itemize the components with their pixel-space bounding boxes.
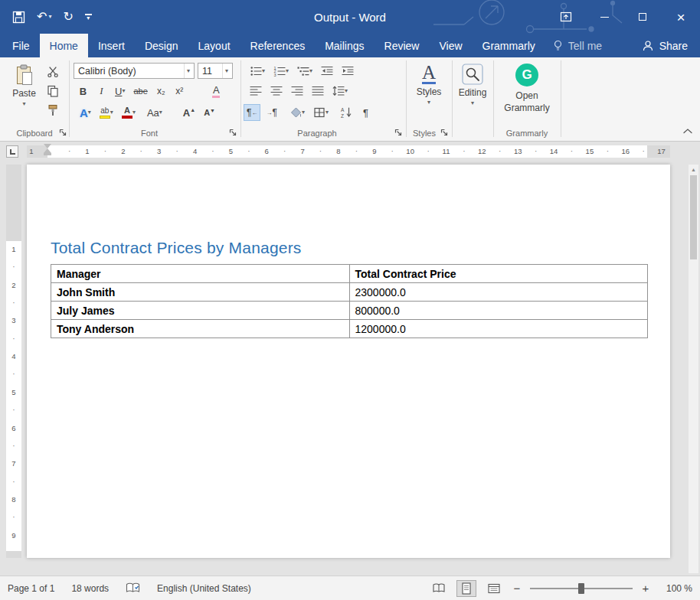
document-area[interactable]: 1·2·3·4·5·6·7·8·9 Total Contract Prices … [0,161,700,576]
increase-indent-button[interactable] [339,63,357,80]
rtl-direction-button[interactable]: →¶ [263,104,280,121]
read-mode-button[interactable] [429,580,449,597]
share-button[interactable]: Share [630,34,700,57]
ruler-dot: · [571,145,573,158]
font-dialog-launcher[interactable] [228,128,237,137]
tab-insert[interactable]: Insert [88,34,135,57]
tab-mailings[interactable]: Mailings [315,34,374,57]
paragraph-dialog-launcher[interactable] [394,128,403,137]
language-indicator[interactable]: English (United States) [157,583,251,594]
grow-font-button[interactable]: A▲ [180,104,198,121]
group-separator [561,60,561,137]
grow-font-icon: A [183,107,190,119]
close-button[interactable]: × [662,0,700,34]
justify-button[interactable] [309,83,327,99]
open-grammarly-button[interactable]: G Open Grammarly [496,60,558,123]
styles-dialog-launcher[interactable] [440,128,449,137]
shading-button[interactable]: ▾ [287,104,308,121]
editing-label: Editing [459,87,487,98]
align-center-button[interactable] [267,83,286,99]
copy-button[interactable] [44,83,61,99]
ruler-number: 5 [6,387,21,396]
format-painter-button[interactable] [44,102,61,119]
ltr-direction-button[interactable]: ¶← [244,104,260,121]
redo-button[interactable]: ↻ [63,11,73,23]
align-right-button[interactable] [288,83,306,99]
doc-table-cell[interactable]: 1200000.0 [349,320,648,338]
tab-design[interactable]: Design [135,34,188,57]
document-heading[interactable]: Total Contract Prices by Managers [51,239,648,257]
align-left-button[interactable] [247,83,265,99]
document-page[interactable]: Total Contract Prices by Managers Manage… [27,165,670,558]
sort-button[interactable]: AZ [337,104,355,121]
minimize-button[interactable] [585,0,623,34]
editing-button[interactable]: Editing ▾ [455,60,490,123]
font-size-select[interactable]: 11 ▾ [198,63,233,79]
ribbon-display-options-button[interactable] [547,0,585,34]
doc-table-cell[interactable]: 2300000.0 [349,283,648,302]
word-count[interactable]: 18 words [71,583,109,594]
scrollbar-thumb[interactable] [690,175,697,259]
tab-view[interactable]: View [429,34,472,57]
undo-button[interactable]: ↶▾ [37,11,51,23]
line-spacing-button[interactable]: ▾ [329,83,351,99]
show-paragraph-marks-button[interactable]: ¶ [358,104,374,121]
doc-table-cell[interactable]: July James [51,302,350,320]
print-layout-button[interactable] [456,580,476,597]
tell-me-box[interactable]: Tell me [545,34,610,57]
zoom-slider-thumb[interactable] [578,583,584,594]
quick-access-toolbar: ↶▾ ↻ ▾ [0,11,92,24]
font-name-select[interactable]: Calibri (Body) ▾ [74,63,195,79]
italic-button[interactable]: I [93,83,110,99]
horizontal-ruler[interactable]: ·1·2·3·4·5·6·7·8·9·10·11·12·13·14·15·16·… [0,142,700,161]
zoom-out-button[interactable]: − [512,582,522,595]
decrease-indent-button[interactable] [318,63,336,80]
paste-button[interactable]: Paste ▾ [6,61,42,122]
multilevel-list-button[interactable]: ▾ [294,63,316,80]
collapse-ribbon-button[interactable] [683,126,692,136]
tab-grammarly[interactable]: Grammarly [473,34,545,57]
tab-home[interactable]: Home [40,34,88,57]
borders-button[interactable]: ▾ [310,104,332,121]
clear-formatting-button[interactable]: A [208,83,224,99]
proofing-status-button[interactable] [126,582,140,594]
tab-layout[interactable]: Layout [188,34,240,57]
strikethrough-button[interactable]: abe [130,83,150,99]
vertical-scrollbar[interactable]: ▲ [689,165,698,573]
customize-quick-access-button[interactable]: ▾ [85,14,92,21]
zoom-slider[interactable] [530,582,633,595]
change-case-button[interactable]: Aa▾ [144,104,165,121]
save-button[interactable] [12,11,25,24]
ruler-dot: · [391,145,394,158]
font-color-button[interactable]: A ▾ [119,104,139,121]
doc-table-cell[interactable]: 800000.0 [349,302,648,320]
zoom-level[interactable]: 100 % [659,583,692,594]
doc-table-cell[interactable]: Tony Anderson [51,320,350,338]
zoom-in-button[interactable]: + [640,582,651,595]
subscript-button[interactable]: x₂ [153,83,169,99]
text-effects-button[interactable]: A▾ [77,104,94,121]
highlight-button[interactable]: ab ▾ [96,104,116,121]
tab-file[interactable]: File [2,34,40,57]
styles-gallery-button[interactable]: A Styles ▾ [410,60,448,123]
scroll-up-arrow[interactable]: ▲ [689,165,698,172]
shrink-font-button[interactable]: A▼ [201,104,218,121]
doc-table-cell[interactable]: John Smith [51,283,350,302]
tab-references[interactable]: References [240,34,316,57]
cut-button[interactable] [44,64,61,80]
numbering-button[interactable]: 123 ▾ [270,63,292,80]
document-table[interactable]: ManagerTotal Contract Price John Smith23… [51,264,648,338]
maximize-button[interactable] [623,0,662,34]
web-layout-button[interactable] [484,580,504,597]
page-indicator[interactable]: Page 1 of 1 [8,583,54,594]
superscript-button[interactable]: x² [172,83,188,99]
bullets-button[interactable]: ▾ [247,63,268,80]
clipboard-dialog-launcher[interactable] [58,128,67,137]
vertical-ruler[interactable]: 1·2·3·4·5·6·7·8·9 [6,165,21,558]
print-layout-icon [461,582,472,595]
dialog-launcher-icon [229,129,237,136]
underline-button[interactable]: U▾ [112,83,128,99]
bold-button[interactable]: B [75,83,91,99]
left-indent-marker[interactable] [44,144,51,155]
tab-review[interactable]: Review [375,34,430,57]
